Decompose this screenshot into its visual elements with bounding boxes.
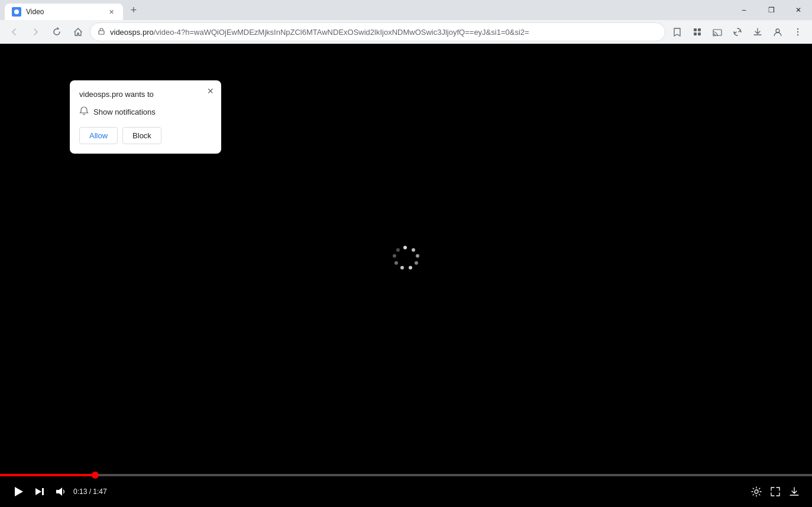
tab-title: Video — [26, 8, 102, 16]
video-controls: 0:13 / 1:47 — [0, 476, 812, 507]
sync-button[interactable] — [728, 22, 747, 41]
content-area: ✕ videosps.pro wants to Show notificatio… — [0, 44, 812, 507]
controls-right — [748, 483, 803, 500]
toolbar: videosps.pro/video-4?h=waWQiOjEwMDEzMjks… — [0, 20, 812, 44]
profile-button[interactable] — [768, 22, 787, 41]
play-button[interactable] — [9, 483, 27, 500]
popup-permission-row: Show notifications — [79, 106, 212, 118]
time-display: 0:13 / 1:47 — [73, 488, 107, 496]
cast-button[interactable] — [708, 22, 727, 41]
svg-rect-4 — [694, 32, 697, 35]
fullscreen-button[interactable] — [767, 483, 784, 500]
download-video-button[interactable] — [786, 483, 803, 500]
toolbar-actions — [668, 22, 807, 41]
browser-tab[interactable]: Video ✕ — [5, 4, 123, 20]
popup-buttons: Allow Block — [79, 127, 212, 144]
volume-button[interactable] — [52, 483, 69, 500]
svg-point-7 — [713, 35, 714, 37]
svg-rect-2 — [694, 28, 697, 31]
svg-point-16 — [755, 490, 758, 493]
titlebar: Video ✕ + – ❒ ✕ — [0, 0, 812, 20]
bookmark-button[interactable] — [668, 22, 687, 41]
settings-button[interactable] — [748, 483, 765, 500]
progress-bar-container[interactable] — [0, 474, 812, 476]
svg-marker-12 — [15, 487, 23, 496]
svg-rect-1 — [99, 31, 104, 34]
progress-bar-dot — [92, 472, 99, 479]
next-button[interactable] — [32, 484, 47, 499]
svg-point-11 — [797, 34, 798, 35]
url-text: videosps.pro/video-4?h=waWQiOjEwMDEzMjks… — [110, 28, 658, 37]
popup-permission-label: Show notifications — [93, 108, 156, 116]
svg-marker-13 — [35, 488, 41, 495]
svg-rect-5 — [698, 32, 701, 35]
svg-point-10 — [797, 31, 798, 32]
new-tab-button[interactable]: + — [125, 2, 142, 18]
minimize-button[interactable]: – — [730, 0, 758, 20]
download-button[interactable] — [748, 22, 767, 41]
bell-icon — [79, 106, 89, 118]
loading-spinner — [392, 246, 420, 274]
tab-favicon — [12, 7, 21, 17]
window-controls: – ❒ ✕ — [730, 0, 812, 20]
popup-title: videosps.pro wants to — [79, 90, 212, 99]
svg-point-8 — [776, 29, 779, 32]
tab-close-button[interactable]: ✕ — [106, 7, 116, 17]
svg-point-0 — [14, 9, 19, 14]
popup-close-button[interactable]: ✕ — [205, 85, 216, 97]
svg-point-9 — [797, 28, 798, 30]
video-area[interactable]: ✕ videosps.pro wants to Show notificatio… — [0, 44, 812, 476]
forward-button[interactable] — [26, 22, 45, 41]
svg-marker-15 — [56, 488, 62, 496]
close-button[interactable]: ✕ — [785, 0, 812, 20]
menu-button[interactable] — [788, 22, 807, 41]
address-bar[interactable]: videosps.pro/video-4?h=waWQiOjEwMDEzMjks… — [90, 22, 665, 41]
back-button[interactable] — [5, 22, 24, 41]
allow-button[interactable]: Allow — [79, 127, 118, 144]
permission-popup: ✕ videosps.pro wants to Show notificatio… — [70, 80, 221, 154]
reload-button[interactable] — [47, 22, 66, 41]
chrome-extension-button[interactable] — [688, 22, 707, 41]
progress-bar-fill — [0, 474, 95, 476]
svg-rect-3 — [698, 28, 701, 31]
maximize-button[interactable]: ❒ — [758, 0, 785, 20]
lock-icon — [98, 27, 105, 37]
svg-rect-14 — [42, 488, 44, 495]
block-button[interactable]: Block — [122, 127, 161, 144]
home-button[interactable] — [69, 22, 88, 41]
